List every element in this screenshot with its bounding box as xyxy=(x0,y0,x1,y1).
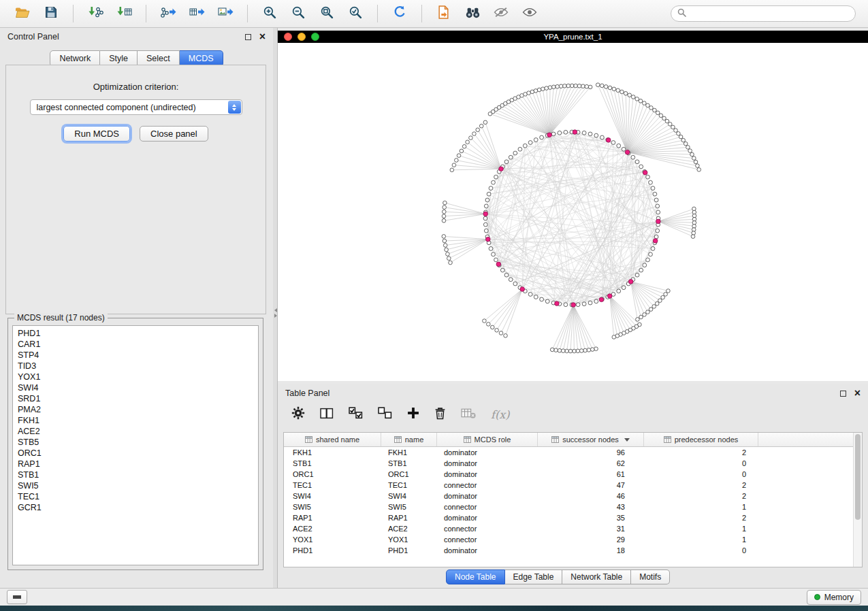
table-row[interactable]: TEC1TEC1connector472 xyxy=(284,480,862,491)
close-panel-icon[interactable]: × xyxy=(854,389,861,397)
list-item[interactable]: TID3 xyxy=(18,361,258,371)
first-neighbors-button[interactable] xyxy=(460,3,485,24)
table-row[interactable]: RAP1RAP1dominator352 xyxy=(284,512,862,523)
list-item[interactable]: STB5 xyxy=(18,437,258,448)
list-item[interactable]: FKH1 xyxy=(18,415,258,426)
cell-role[interactable]: dominator xyxy=(437,459,538,467)
cell-succ[interactable]: 47 xyxy=(538,481,644,489)
cell-pred[interactable]: 0 xyxy=(644,546,758,555)
tab-network-table[interactable]: Network Table xyxy=(562,569,631,584)
cell-succ[interactable]: 62 xyxy=(538,459,644,467)
cell-role[interactable]: connector xyxy=(437,535,538,544)
show-column-dialog-button[interactable] xyxy=(320,408,334,422)
zoom-out-button[interactable] xyxy=(285,3,311,24)
tab-motifs[interactable]: Motifs xyxy=(631,569,670,584)
hide-selected-button[interactable] xyxy=(488,3,514,24)
optimization-criterion-dropdown[interactable]: largest connected component (undirected) xyxy=(30,99,242,115)
scrollbar-thumb[interactable] xyxy=(855,434,861,520)
table-row[interactable]: PHD1PHD1dominator180 xyxy=(284,545,862,556)
list-item[interactable]: YOX1 xyxy=(18,371,258,382)
cell-shared-name[interactable]: ORC1 xyxy=(284,470,381,478)
cell-role[interactable]: connector xyxy=(437,503,538,511)
list-item[interactable]: ACE2 xyxy=(18,426,258,437)
export-network-button[interactable] xyxy=(155,3,181,24)
hide-columns-button[interactable] xyxy=(461,408,476,422)
export-image-button[interactable] xyxy=(212,3,238,24)
collapse-left-icon[interactable] xyxy=(274,308,277,312)
cell-shared-name[interactable]: STB1 xyxy=(284,459,381,467)
cell-pred[interactable]: 2 xyxy=(644,514,758,522)
cell-pred[interactable]: 2 xyxy=(644,492,758,500)
close-panel-icon[interactable]: × xyxy=(259,33,266,41)
search-input[interactable] xyxy=(690,8,849,19)
table-row[interactable]: STB1STB1dominator620 xyxy=(284,458,862,469)
share-document-button[interactable] xyxy=(431,3,457,24)
cell-succ[interactable]: 18 xyxy=(538,546,644,555)
cell-name[interactable]: STB1 xyxy=(381,459,437,467)
function-builder-button[interactable]: f(x) xyxy=(491,408,509,421)
search-box[interactable] xyxy=(671,5,856,22)
zoom-fit-button[interactable] xyxy=(314,3,340,24)
cell-role[interactable]: connector xyxy=(437,481,538,489)
tab-node-table[interactable]: Node Table xyxy=(446,569,505,584)
table-row[interactable]: FKH1FKH1dominator962 xyxy=(284,447,862,458)
float-panel-icon[interactable] xyxy=(245,34,251,40)
run-mcds-button[interactable]: Run MCDS xyxy=(63,126,130,142)
cell-name[interactable]: ACE2 xyxy=(381,525,437,533)
cell-role[interactable]: dominator xyxy=(437,514,538,522)
cell-succ[interactable]: 31 xyxy=(538,525,644,533)
cell-succ[interactable]: 46 xyxy=(538,492,644,500)
list-item[interactable]: ORC1 xyxy=(18,448,258,459)
cell-name[interactable]: FKH1 xyxy=(381,448,437,457)
cell-succ[interactable]: 29 xyxy=(538,535,644,544)
network-window-titlebar[interactable]: YPA_prune.txt_1 xyxy=(278,31,868,43)
float-panel-icon[interactable] xyxy=(840,391,846,397)
cell-role[interactable]: dominator xyxy=(437,492,538,500)
splitter-handle[interactable] xyxy=(273,308,278,318)
cell-name[interactable]: ORC1 xyxy=(381,470,437,478)
delete-column-button[interactable] xyxy=(434,407,446,423)
list-item[interactable]: STP4 xyxy=(18,350,258,361)
cell-pred[interactable]: 1 xyxy=(644,503,758,511)
list-item[interactable]: RAP1 xyxy=(18,459,258,469)
save-button[interactable] xyxy=(38,3,64,24)
select-all-rows-button[interactable] xyxy=(349,407,363,422)
list-item[interactable]: SRD1 xyxy=(18,393,258,404)
list-item[interactable]: PMA2 xyxy=(18,404,258,415)
vertical-splitter[interactable] xyxy=(273,28,278,588)
table-row[interactable]: ACE2ACE2connector311 xyxy=(284,523,862,534)
list-item[interactable]: CAR1 xyxy=(18,339,258,350)
table-scrollbar[interactable] xyxy=(853,433,862,567)
export-table-button[interactable] xyxy=(184,3,210,24)
cell-shared-name[interactable]: TEC1 xyxy=(284,481,381,489)
show-panels-menu-button[interactable] xyxy=(7,590,27,604)
cell-pred[interactable]: 1 xyxy=(644,535,758,544)
cell-shared-name[interactable]: SWI5 xyxy=(284,503,381,511)
cell-name[interactable]: RAP1 xyxy=(381,514,437,522)
cell-shared-name[interactable]: ACE2 xyxy=(284,525,381,533)
minimize-window-icon[interactable] xyxy=(298,33,306,41)
cell-name[interactable]: SWI4 xyxy=(381,492,437,500)
list-item[interactable]: GCR1 xyxy=(18,502,258,513)
network-canvas[interactable] xyxy=(278,43,868,381)
cell-pred[interactable]: 2 xyxy=(644,481,758,489)
cell-name[interactable]: SWI5 xyxy=(381,503,437,511)
network-view[interactable] xyxy=(278,43,868,381)
cell-name[interactable]: TEC1 xyxy=(381,481,437,489)
import-network-file-button[interactable] xyxy=(82,3,108,24)
table-row[interactable]: SWI5SWI5connector431 xyxy=(284,501,862,512)
list-item[interactable]: SWI4 xyxy=(18,382,258,393)
cell-role[interactable]: connector xyxy=(437,525,538,533)
cell-shared-name[interactable]: YOX1 xyxy=(284,535,381,544)
list-item[interactable]: PHD1 xyxy=(18,328,258,339)
close-window-icon[interactable] xyxy=(284,33,292,41)
table-row[interactable]: YOX1YOX1connector291 xyxy=(284,534,862,545)
column-header-predecessor-nodes[interactable]: predecessor nodes xyxy=(644,433,758,446)
column-header-shared-name[interactable]: shared name xyxy=(284,433,381,446)
deselect-all-rows-button[interactable] xyxy=(378,407,392,422)
import-table-file-button[interactable] xyxy=(111,3,137,24)
collapse-right-icon[interactable] xyxy=(274,314,277,318)
cell-shared-name[interactable]: FKH1 xyxy=(284,448,381,457)
list-item[interactable]: STB1 xyxy=(18,469,258,480)
zoom-selected-button[interactable] xyxy=(342,3,368,24)
